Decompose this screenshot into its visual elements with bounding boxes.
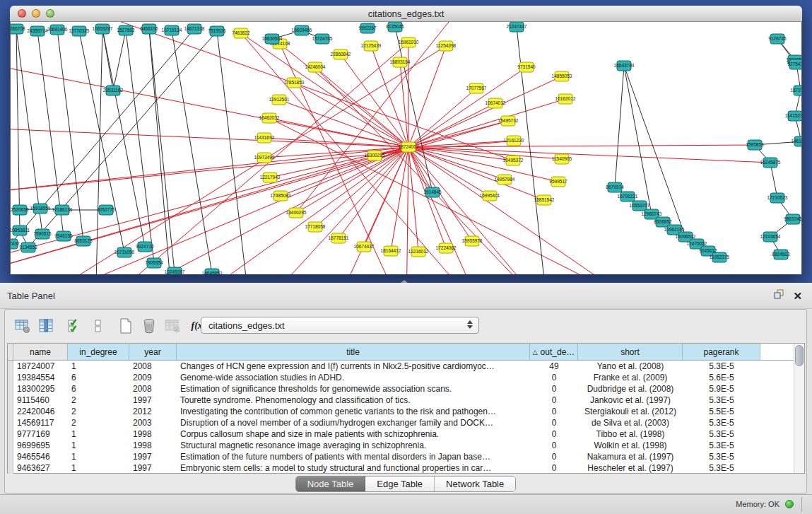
column-header-in_degree[interactable]: in_degree — [68, 344, 129, 360]
graph-edge[interactable] — [408, 147, 490, 196]
graph-node[interactable]: 20531162 — [103, 86, 124, 95]
cell-out_degree[interactable]: 0 — [530, 372, 578, 383]
graph-node[interactable]: 16961910 — [399, 37, 419, 47]
graph-edge[interactable] — [408, 147, 548, 274]
tab-node-table[interactable]: Node Table — [296, 477, 366, 491]
graph-node[interactable]: 20691406 — [47, 25, 68, 35]
graph-node[interactable]: 15851542 — [534, 195, 555, 205]
graph-edge[interactable] — [102, 29, 113, 90]
cell-pagerank[interactable]: 5.3E-5 — [683, 428, 760, 440]
graph-node[interactable]: 16643794 — [614, 61, 635, 71]
graph-node[interactable]: 1595853 — [746, 140, 764, 150]
graph-edge[interactable] — [408, 46, 446, 147]
cell-out_degree[interactable]: 0 — [530, 462, 578, 474]
graph-node[interactable]: 12216012 — [408, 247, 429, 257]
graph-edge[interactable] — [406, 147, 408, 274]
graph-edge[interactable] — [408, 99, 565, 147]
graph-node[interactable]: 11540905 — [552, 154, 572, 164]
cell-pagerank[interactable]: 5.5E-5 — [683, 406, 760, 417]
cell-short[interactable]: de Silva et al. (2003) — [578, 417, 683, 428]
cell-year[interactable]: 1997 — [129, 395, 177, 406]
graph-edge[interactable] — [113, 30, 126, 90]
float-panel-icon[interactable] — [773, 288, 784, 303]
graph-node[interactable]: 9126745 — [768, 34, 787, 44]
table-selector-dropdown[interactable]: citations_edges.txt — [201, 317, 479, 334]
column-header-year[interactable]: year — [129, 344, 177, 360]
graph-node[interactable]: 1527602 — [117, 25, 135, 35]
graph-node[interactable]: 16995401 — [480, 191, 500, 201]
graph-node[interactable]: 18300295 — [365, 151, 385, 160]
cell-in_degree[interactable]: 6 — [68, 372, 129, 383]
graph-node[interactable]: 7515526 — [208, 26, 226, 36]
cell-pagerank[interactable]: 5.3E-5 — [683, 361, 760, 372]
create-column-icon[interactable] — [117, 317, 135, 335]
graph-node[interactable]: 10674012 — [486, 98, 506, 108]
graph-node[interactable]: 17718058 — [305, 222, 326, 232]
graph-node[interactable]: 9592267 — [358, 23, 377, 33]
graph-node[interactable]: 11052375 — [710, 252, 730, 262]
graph-node[interactable]: 14855053 — [552, 71, 572, 81]
graph-node[interactable]: 7463822 — [232, 28, 250, 38]
graph-edge[interactable] — [615, 66, 624, 187]
table-row[interactable]: 977716911998Corpus callosum shape and si… — [8, 428, 804, 440]
table-row[interactable]: 1938455462009Genome-wide association stu… — [8, 372, 804, 383]
graph-node[interactable]: 16778151 — [329, 233, 349, 243]
cell-out_degree[interactable]: 0 — [530, 428, 578, 440]
cell-year[interactable]: 1997 — [129, 451, 177, 462]
clear-selection-icon[interactable] — [89, 317, 107, 335]
graph-node[interactable]: 17851853 — [284, 78, 305, 88]
graph-edge[interactable] — [241, 33, 484, 274]
graph-node[interactable]: 13400295 — [286, 208, 307, 218]
cell-year[interactable]: 1998 — [129, 440, 177, 451]
cell-name[interactable]: 19384554 — [13, 372, 68, 383]
delete-column-icon[interactable] — [140, 317, 158, 335]
memory-ok-indicator[interactable] — [785, 500, 794, 508]
table-row[interactable]: 911546021997Tourette syndrome. Phenomeno… — [8, 395, 804, 406]
scrollbar-thumb[interactable] — [795, 345, 804, 366]
cell-short[interactable]: Tibbo et al. (1998) — [578, 428, 683, 440]
graph-node[interactable]: 1467432 — [11, 239, 20, 249]
table-row[interactable]: 946554611997Estimation of the future num… — [8, 451, 804, 462]
cell-short[interactable]: Yano et al. (2008) — [578, 361, 683, 372]
graph-edge[interactable] — [408, 147, 632, 274]
select-all-icon[interactable] — [66, 317, 84, 335]
table-row[interactable]: 969969511998Structural magnetic resonanc… — [8, 440, 804, 451]
cell-year[interactable]: 1998 — [129, 428, 177, 440]
cell-short[interactable]: Wolkin et al. (1998) — [578, 440, 683, 451]
graph-node[interactable]: 7590515 — [33, 229, 52, 239]
graph-node[interactable]: 10495372 — [503, 156, 524, 165]
cell-name[interactable]: 9699695 — [13, 440, 68, 451]
cell-title[interactable]: Investigating the contribution of common… — [177, 406, 530, 417]
graph-edge[interactable] — [32, 147, 408, 274]
change-table-mode-icon[interactable] — [13, 317, 32, 335]
graph-edge[interactable] — [95, 42, 408, 274]
graph-node[interactable]: 10719134 — [162, 25, 182, 35]
graph-edge[interactable] — [172, 30, 212, 274]
cell-year[interactable]: 2008 — [129, 383, 177, 395]
graph-node[interactable]: 16603466 — [292, 25, 312, 35]
graph-edge[interactable] — [149, 29, 175, 272]
cell-in_degree[interactable]: 1 — [68, 451, 129, 462]
cell-in_degree[interactable]: 2 — [68, 406, 129, 417]
table-row[interactable]: 1872400712008Changes of HCN gene express… — [8, 361, 804, 372]
cell-year[interactable]: 2012 — [129, 406, 177, 417]
cell-title[interactable]: Changes of HCN gene expression and I(f) … — [177, 361, 530, 372]
graph-node[interactable]: 10973493 — [254, 153, 275, 163]
graph-node[interactable]: 8653123 — [74, 236, 93, 246]
graph-node[interactable]: 12217943 — [260, 173, 281, 182]
cell-pagerank[interactable]: 5.6E-5 — [683, 372, 760, 383]
graph-edge[interactable] — [11, 147, 408, 192]
cell-year[interactable]: 2003 — [129, 417, 177, 428]
cell-out_degree[interactable]: 0 — [530, 383, 578, 395]
cell-name[interactable]: 9465546 — [13, 451, 68, 462]
zoom-window-icon[interactable] — [46, 9, 54, 18]
graph-edge[interactable] — [315, 67, 548, 274]
graph-node[interactable]: 16245875 — [760, 158, 781, 168]
graph-node[interactable]: 17077567 — [466, 83, 487, 93]
cell-title[interactable]: Genome-wide association studies in ADHD. — [177, 372, 530, 383]
cell-pagerank[interactable]: 5.3E-5 — [683, 462, 760, 474]
column-header-strip[interactable] — [8, 344, 13, 360]
table-row[interactable]: 1830029562008Estimation of significance … — [8, 383, 804, 395]
graph-edge[interactable] — [408, 67, 526, 147]
graph-node[interactable]: 9275413 — [787, 59, 801, 69]
